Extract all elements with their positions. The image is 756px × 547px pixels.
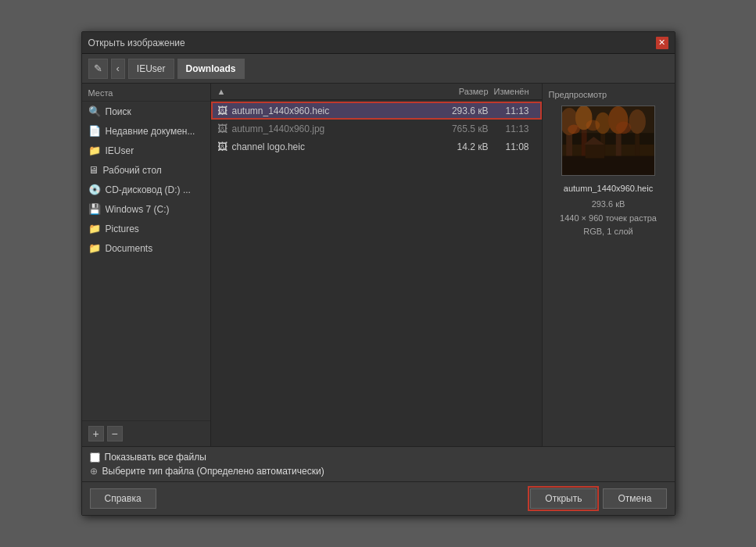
edit-button[interactable]: ✎ — [88, 59, 108, 79]
preview-filename: autumn_1440x960.heic — [564, 184, 653, 193]
breadcrumb: IEUser Downloads — [128, 59, 245, 79]
file-type-row: ⊕ Выберите тип файла (Определено автомат… — [90, 466, 667, 477]
preview-dimensions: 1440 × 960 точек растра — [560, 212, 657, 226]
dialog-title: Открыть изображение — [88, 38, 185, 48]
add-location-button[interactable]: + — [88, 426, 104, 442]
action-bar: Справка Открыть Отмена — [82, 481, 675, 515]
sidebar-header: Места — [82, 84, 210, 102]
help-button[interactable]: Справка — [90, 488, 156, 509]
sidebar-label-recent: Недавние докумен... — [106, 126, 195, 137]
preview-size: 293.6 кВ — [560, 198, 657, 212]
preview-image — [561, 105, 655, 176]
file-name-2: channel logo.heic — [232, 141, 426, 152]
file-name-1: autumn_1440x960.jpg — [232, 123, 426, 134]
svg-rect-18 — [562, 106, 654, 133]
breadcrumb-downloads[interactable]: Downloads — [177, 59, 245, 79]
sidebar-label-ieuser: IEUser — [106, 145, 134, 156]
sidebar-item-desktop[interactable]: 🖥 Рабочий стол — [82, 160, 210, 180]
preview-info: 293.6 кВ 1440 × 960 точек растра RGB, 1 … — [560, 198, 657, 239]
file-icon-2: 🖼 — [217, 141, 228, 152]
file-time-2: 11:08 — [489, 141, 536, 152]
back-icon: ‹ — [116, 63, 120, 74]
sidebar-label-search: Поиск — [106, 106, 131, 117]
sidebar-item-recent[interactable]: 📄 Недавние докумен... — [82, 121, 210, 141]
preview-panel: Предпросмотр — [542, 84, 675, 446]
cd-icon: 💿 — [88, 184, 101, 195]
file-time-0: 11:13 — [489, 105, 536, 116]
drive-icon: 💾 — [88, 203, 101, 215]
svg-rect-12 — [562, 156, 654, 175]
col-header-time: Изменён — [489, 87, 536, 96]
sidebar: Места 🔍 Поиск 📄 Недавние докумен... 📁 IE… — [82, 84, 211, 446]
sidebar-label-windows: Windows 7 (C:) — [106, 204, 170, 215]
folder-icon-pictures: 📁 — [88, 223, 101, 234]
sidebar-item-ieuser[interactable]: 📁 IEUser — [82, 141, 210, 160]
sidebar-label-desktop: Рабочий стол — [103, 165, 162, 176]
col-header-name: ▲ — [217, 87, 426, 96]
cancel-button[interactable]: Отмена — [603, 488, 666, 509]
filetype-radio-icon: ⊕ — [90, 466, 98, 477]
breadcrumb-ieuser[interactable]: IEUser — [128, 59, 174, 79]
desktop-icon: 🖥 — [88, 164, 99, 176]
open-image-dialog: Открыть изображение ✕ ✎ ‹ IEUser Downloa… — [81, 31, 675, 516]
sidebar-label-documents: Documents — [106, 243, 153, 254]
file-list-header: ▲ Размер Изменён — [211, 84, 542, 100]
titlebar: Открыть изображение ✕ — [82, 32, 675, 54]
folder-icon-documents: 📁 — [88, 242, 101, 254]
col-header-size: Размер — [426, 87, 489, 96]
file-row[interactable]: 🖼 autumn_1440x960.jpg 765.5 кВ 11:13 — [211, 120, 542, 138]
action-right: Открыть Отмена — [530, 488, 666, 509]
file-row[interactable]: 🖼 autumn_1440x960.heic 293.6 кВ 11:13 — [211, 102, 542, 120]
sidebar-item-pictures[interactable]: 📁 Pictures — [82, 219, 210, 238]
file-icon-1: 🖼 — [217, 123, 228, 134]
recent-icon: 📄 — [88, 125, 101, 137]
sidebar-actions: + − — [82, 420, 210, 446]
preview-mode: RGB, 1 слой — [560, 225, 657, 239]
file-area: ▲ Размер Изменён 🖼 autumn_1440x960.heic … — [211, 84, 542, 446]
edit-icon: ✎ — [94, 63, 102, 74]
show-all-files-label: Показывать все файлы — [105, 452, 206, 463]
back-button[interactable]: ‹ — [111, 59, 125, 79]
remove-location-button[interactable]: − — [107, 426, 123, 442]
show-all-files-row: Показывать все файлы — [90, 452, 667, 463]
search-icon: 🔍 — [88, 105, 101, 117]
sidebar-item-windows[interactable]: 💾 Windows 7 (C:) — [82, 199, 210, 219]
open-button[interactable]: Открыть — [530, 488, 597, 509]
folder-icon-ieuser: 📁 — [88, 145, 101, 156]
preview-header: Предпросмотр — [549, 90, 607, 99]
file-row[interactable]: 🖼 channel logo.heic 14.2 кВ 11:08 — [211, 138, 542, 156]
bottom-options: Показывать все файлы ⊕ Выберите тип файл… — [82, 446, 675, 481]
file-size-0: 293.6 кВ — [426, 105, 489, 116]
file-size-1: 765.5 кВ — [426, 123, 489, 134]
sidebar-item-documents[interactable]: 📁 Documents — [82, 238, 210, 258]
sidebar-item-search[interactable]: 🔍 Поиск — [82, 102, 210, 121]
file-list: 🖼 autumn_1440x960.heic 293.6 кВ 11:13 🖼 … — [211, 100, 542, 446]
file-icon-0: 🖼 — [217, 105, 228, 116]
sidebar-label-pictures: Pictures — [106, 223, 139, 234]
toolbar: ✎ ‹ IEUser Downloads — [82, 54, 675, 84]
show-all-files-checkbox[interactable] — [90, 452, 100, 463]
file-size-2: 14.2 кВ — [426, 141, 489, 152]
sidebar-item-cd[interactable]: 💿 CD-дисковод (D:) ... — [82, 180, 210, 199]
sidebar-label-cd: CD-дисковод (D:) ... — [106, 184, 191, 195]
file-name-0: autumn_1440x960.heic — [232, 105, 426, 116]
file-time-1: 11:13 — [489, 123, 536, 134]
filetype-label: Выберите тип файла (Определено автоматич… — [102, 466, 324, 477]
svg-rect-13 — [586, 145, 604, 159]
close-button[interactable]: ✕ — [656, 37, 668, 49]
main-area: Места 🔍 Поиск 📄 Недавние докумен... 📁 IE… — [82, 84, 675, 446]
